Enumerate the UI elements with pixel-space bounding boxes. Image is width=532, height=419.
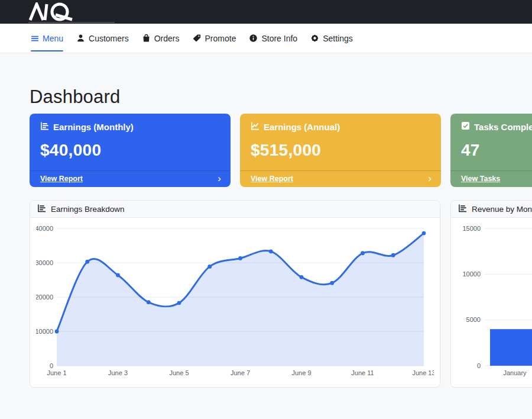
nav-item-menu[interactable]: Menu	[31, 24, 63, 53]
earnings-breakdown-line-chart: 010000200003000040000June 1June 3June 5J…	[36, 221, 434, 382]
nav-item-orders[interactable]: Orders	[142, 24, 180, 53]
svg-text:June 11: June 11	[351, 369, 374, 376]
nav-label: Menu	[43, 34, 63, 43]
chevron-right-icon: ›	[218, 173, 221, 183]
chart-card-title: Revenue by Month	[472, 205, 532, 214]
gear-icon	[310, 34, 319, 43]
nav-label: Customers	[89, 34, 129, 43]
page-content: Dashboard Earnings (Monthly) $40,000 Vie…	[0, 86, 532, 388]
tag-icon	[193, 34, 202, 43]
stat-card-value: 47	[461, 141, 532, 160]
svg-text:40000: 40000	[36, 225, 53, 232]
logo-underline	[28, 22, 115, 23]
svg-text:June 5: June 5	[169, 369, 189, 376]
nav-item-store-info[interactable]: Store Info	[249, 24, 297, 53]
svg-text:June 7: June 7	[231, 369, 250, 376]
bar-chart-icon	[37, 204, 46, 214]
revenue-by-month-card: Revenue by Month 050001000015000January	[450, 200, 532, 388]
brand-logo-icon	[28, 2, 78, 21]
revenue-by-month-bar-chart: 050001000015000January	[457, 221, 532, 382]
stat-card-tasks-completed: Tasks Completed 47 View Tasks ›	[450, 114, 532, 187]
nav-item-promote[interactable]: Promote	[193, 24, 236, 53]
view-tasks-link[interactable]: View Tasks	[461, 175, 500, 183]
svg-text:30000: 30000	[36, 259, 53, 266]
chevron-right-icon: ›	[428, 173, 432, 183]
svg-text:June 9: June 9	[291, 369, 311, 376]
view-report-link[interactable]: View Report	[40, 175, 83, 183]
svg-text:June 1: June 1	[47, 369, 66, 376]
earnings-breakdown-card: Earnings Breakdown 010000200003000040000…	[30, 200, 440, 388]
stat-card-earnings-monthly: Earnings (Monthly) $40,000 View Report ›	[30, 114, 231, 187]
svg-text:5000: 5000	[466, 316, 481, 323]
topbar	[0, 0, 532, 24]
svg-text:10000: 10000	[36, 328, 53, 335]
dashboard-app: Menu Customers Orders Promote Store Info	[0, 0, 532, 419]
nav-item-settings[interactable]: Settings	[310, 24, 353, 53]
shopping-bag-icon	[142, 34, 151, 43]
check-square-icon	[461, 121, 470, 132]
svg-text:0: 0	[50, 362, 53, 369]
stat-card-title: Tasks Completed	[474, 122, 532, 132]
svg-text:June 3: June 3	[108, 369, 128, 376]
svg-text:20000: 20000	[36, 294, 53, 301]
person-icon	[76, 34, 85, 43]
main-navbar: Menu Customers Orders Promote Store Info	[0, 24, 532, 53]
page-title: Dashboard	[30, 86, 532, 108]
nav-label: Promote	[205, 34, 236, 43]
svg-text:15000: 15000	[462, 225, 481, 232]
nav-label: Orders	[154, 34, 180, 43]
stat-card-row: Earnings (Monthly) $40,000 View Report ›…	[30, 114, 532, 187]
stat-card-value: $515,000	[251, 141, 430, 160]
info-circle-icon	[249, 34, 258, 43]
stat-card-value: $40,000	[40, 141, 220, 160]
nav-item-customers[interactable]: Customers	[76, 24, 129, 53]
hamburger-icon	[31, 34, 39, 43]
stat-card-title: Earnings (Monthly)	[53, 122, 134, 132]
svg-text:January: January	[503, 369, 527, 376]
line-chart-icon	[251, 121, 259, 132]
stat-card-title: Earnings (Annual)	[264, 122, 340, 132]
chart-card-title: Earnings Breakdown	[51, 205, 125, 214]
stat-card-earnings-annual: Earnings (Annual) $515,000 View Report ›	[240, 114, 441, 187]
svg-text:June 13: June 13	[412, 369, 434, 376]
view-report-link[interactable]: View Report	[251, 175, 293, 183]
chart-row: Earnings Breakdown 010000200003000040000…	[30, 200, 532, 388]
brand-logo[interactable]	[28, 2, 78, 24]
nav-label: Store Info	[261, 34, 297, 43]
svg-text:0: 0	[477, 362, 481, 369]
nav-label: Settings	[323, 34, 353, 43]
bar-chart-icon	[40, 121, 49, 132]
bar-chart-icon	[458, 204, 467, 214]
svg-text:10000: 10000	[462, 270, 481, 278]
